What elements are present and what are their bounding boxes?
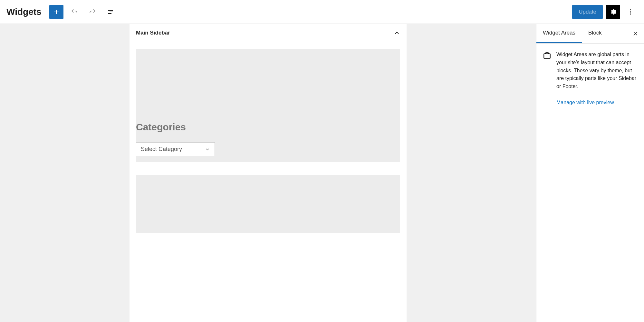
close-sidebar-button[interactable] [627,31,644,36]
category-select-label: Select Category [141,146,182,153]
redo-icon [89,8,96,16]
undo-button[interactable] [67,5,82,19]
widget-areas-icon [543,51,551,106]
widget-area-title: Main Sidebar [136,30,170,36]
settings-sidebar: Widget Areas Block Widget Areas are glob… [536,24,644,322]
add-block-button[interactable] [49,5,63,19]
more-vertical-icon [627,8,634,15]
widget-block-placeholder[interactable] [136,175,400,233]
svg-point-7 [630,13,631,14]
redo-button[interactable] [85,5,100,19]
sidebar-tabs: Widget Areas Block [536,24,644,44]
toolbar-left-group: Widgets [6,5,572,19]
close-icon [632,31,638,36]
update-button[interactable]: Update [572,5,603,19]
sidebar-body: Widget Areas are global parts in your si… [536,44,644,113]
categories-block-content: Categories Select Category [136,122,400,156]
category-select[interactable]: Select Category [136,142,215,156]
main-area: Main Sidebar Categories Select Category [0,24,644,322]
page-title: Widgets [6,7,42,17]
widget-area-panel: Main Sidebar Categories Select Category [130,24,407,322]
top-toolbar: Widgets Update [0,0,644,24]
svg-rect-10 [544,54,550,58]
undo-icon [71,8,78,16]
chevron-down-icon [205,147,210,152]
gear-icon [610,8,617,15]
editor-canvas: Main Sidebar Categories Select Category [0,24,536,322]
options-button[interactable] [623,5,638,19]
document-overview-button[interactable] [103,5,118,19]
widget-area-header[interactable]: Main Sidebar [130,24,407,49]
toolbar-right-group: Update [572,5,638,19]
tab-block[interactable]: Block [582,24,608,43]
list-view-icon [107,8,114,16]
plus-icon [53,8,60,16]
chevron-up-icon [394,30,400,36]
sidebar-text-group: Widget Areas are global parts in your si… [556,51,638,106]
svg-point-5 [630,9,631,10]
settings-button[interactable] [606,5,620,19]
widget-areas-description: Widget Areas are global parts in your si… [556,51,638,91]
svg-point-6 [630,11,631,12]
categories-heading: Categories [136,122,400,133]
tab-widget-areas[interactable]: Widget Areas [536,24,582,43]
manage-live-preview-link[interactable]: Manage with live preview [556,100,638,106]
categories-block[interactable]: Categories Select Category [136,49,400,162]
